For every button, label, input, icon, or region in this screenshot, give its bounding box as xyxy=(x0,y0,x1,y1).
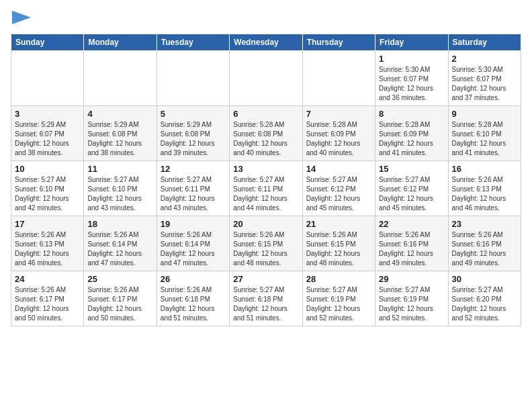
day-number: 8 xyxy=(379,109,444,119)
day-number: 18 xyxy=(87,219,152,229)
day-info: Sunrise: 5:28 AM Sunset: 6:08 PM Dayligh… xyxy=(233,120,298,158)
day-number: 27 xyxy=(233,274,298,284)
day-number: 19 xyxy=(161,219,226,229)
day-number: 24 xyxy=(15,274,80,284)
day-number: 12 xyxy=(161,164,226,174)
day-number: 10 xyxy=(15,164,80,174)
calendar-cell: 30Sunrise: 5:27 AM Sunset: 6:20 PM Dayli… xyxy=(448,271,521,326)
day-number: 6 xyxy=(233,109,298,119)
calendar-cell: 10Sunrise: 5:27 AM Sunset: 6:10 PM Dayli… xyxy=(11,161,84,216)
logo xyxy=(11,11,32,27)
day-info: Sunrise: 5:28 AM Sunset: 6:09 PM Dayligh… xyxy=(306,120,371,158)
svg-marker-0 xyxy=(12,11,31,24)
day-number: 25 xyxy=(87,274,152,284)
day-number: 5 xyxy=(161,109,226,119)
day-info: Sunrise: 5:29 AM Sunset: 6:07 PM Dayligh… xyxy=(15,120,80,158)
day-info: Sunrise: 5:30 AM Sunset: 6:07 PM Dayligh… xyxy=(379,65,444,103)
day-info: Sunrise: 5:28 AM Sunset: 6:09 PM Dayligh… xyxy=(379,120,444,158)
day-info: Sunrise: 5:26 AM Sunset: 6:18 PM Dayligh… xyxy=(161,285,226,323)
day-number: 1 xyxy=(379,54,444,64)
calendar-cell: 5Sunrise: 5:29 AM Sunset: 6:08 PM Daylig… xyxy=(157,106,229,161)
day-info: Sunrise: 5:26 AM Sunset: 6:16 PM Dayligh… xyxy=(379,230,444,268)
calendar-cell: 15Sunrise: 5:27 AM Sunset: 6:12 PM Dayli… xyxy=(375,161,448,216)
day-info: Sunrise: 5:29 AM Sunset: 6:08 PM Dayligh… xyxy=(87,120,152,158)
calendar-cell: 25Sunrise: 5:26 AM Sunset: 6:17 PM Dayli… xyxy=(84,271,157,326)
calendar-cell: 24Sunrise: 5:26 AM Sunset: 6:17 PM Dayli… xyxy=(11,271,84,326)
day-info: Sunrise: 5:27 AM Sunset: 6:19 PM Dayligh… xyxy=(306,285,371,323)
calendar-cell: 6Sunrise: 5:28 AM Sunset: 6:08 PM Daylig… xyxy=(230,106,302,161)
calendar-cell: 11Sunrise: 5:27 AM Sunset: 6:10 PM Dayli… xyxy=(84,161,157,216)
day-info: Sunrise: 5:26 AM Sunset: 6:17 PM Dayligh… xyxy=(87,285,152,323)
day-info: Sunrise: 5:27 AM Sunset: 6:10 PM Dayligh… xyxy=(87,175,152,213)
calendar-cell: 8Sunrise: 5:28 AM Sunset: 6:09 PM Daylig… xyxy=(375,106,448,161)
calendar-cell: 1Sunrise: 5:30 AM Sunset: 6:07 PM Daylig… xyxy=(375,51,448,106)
day-number: 26 xyxy=(161,274,226,284)
calendar-cell: 26Sunrise: 5:26 AM Sunset: 6:18 PM Dayli… xyxy=(157,271,229,326)
day-number: 28 xyxy=(306,274,371,284)
day-number: 11 xyxy=(87,164,152,174)
day-number: 23 xyxy=(452,219,517,229)
day-number: 16 xyxy=(452,164,517,174)
calendar-cell: 27Sunrise: 5:27 AM Sunset: 6:18 PM Dayli… xyxy=(230,271,302,326)
calendar-cell: 20Sunrise: 5:26 AM Sunset: 6:15 PM Dayli… xyxy=(230,216,302,271)
week-row-5: 24Sunrise: 5:26 AM Sunset: 6:17 PM Dayli… xyxy=(11,271,521,326)
day-number: 7 xyxy=(306,109,371,119)
day-number: 13 xyxy=(233,164,298,174)
day-info: Sunrise: 5:29 AM Sunset: 6:08 PM Dayligh… xyxy=(161,120,226,158)
day-number: 9 xyxy=(452,109,517,119)
header xyxy=(11,11,521,27)
calendar-cell: 16Sunrise: 5:26 AM Sunset: 6:13 PM Dayli… xyxy=(448,161,521,216)
calendar-cell: 23Sunrise: 5:26 AM Sunset: 6:16 PM Dayli… xyxy=(448,216,521,271)
calendar-cell: 29Sunrise: 5:27 AM Sunset: 6:19 PM Dayli… xyxy=(375,271,448,326)
day-info: Sunrise: 5:26 AM Sunset: 6:15 PM Dayligh… xyxy=(306,230,371,268)
day-info: Sunrise: 5:26 AM Sunset: 6:15 PM Dayligh… xyxy=(233,230,298,268)
col-header-wednesday: Wednesday xyxy=(230,34,302,51)
day-number: 20 xyxy=(233,219,298,229)
day-number: 17 xyxy=(15,219,80,229)
calendar-cell xyxy=(84,51,157,106)
day-info: Sunrise: 5:28 AM Sunset: 6:10 PM Dayligh… xyxy=(452,120,517,158)
col-header-thursday: Thursday xyxy=(302,34,375,51)
day-info: Sunrise: 5:27 AM Sunset: 6:18 PM Dayligh… xyxy=(233,285,298,323)
calendar-cell: 9Sunrise: 5:28 AM Sunset: 6:10 PM Daylig… xyxy=(448,106,521,161)
day-info: Sunrise: 5:26 AM Sunset: 6:16 PM Dayligh… xyxy=(452,230,517,268)
day-number: 14 xyxy=(306,164,371,174)
calendar-cell: 3Sunrise: 5:29 AM Sunset: 6:07 PM Daylig… xyxy=(11,106,84,161)
day-info: Sunrise: 5:27 AM Sunset: 6:12 PM Dayligh… xyxy=(379,175,444,213)
calendar-cell xyxy=(230,51,302,106)
day-info: Sunrise: 5:27 AM Sunset: 6:19 PM Dayligh… xyxy=(379,285,444,323)
day-number: 4 xyxy=(87,109,152,119)
calendar-cell: 4Sunrise: 5:29 AM Sunset: 6:08 PM Daylig… xyxy=(84,106,157,161)
week-row-2: 3Sunrise: 5:29 AM Sunset: 6:07 PM Daylig… xyxy=(11,106,521,161)
logo-arrow-icon xyxy=(12,8,32,27)
day-number: 3 xyxy=(15,109,80,119)
calendar-cell: 19Sunrise: 5:26 AM Sunset: 6:14 PM Dayli… xyxy=(157,216,229,271)
day-number: 15 xyxy=(379,164,444,174)
day-info: Sunrise: 5:27 AM Sunset: 6:20 PM Dayligh… xyxy=(452,285,517,323)
calendar-cell: 28Sunrise: 5:27 AM Sunset: 6:19 PM Dayli… xyxy=(302,271,375,326)
calendar-cell: 21Sunrise: 5:26 AM Sunset: 6:15 PM Dayli… xyxy=(302,216,375,271)
day-info: Sunrise: 5:26 AM Sunset: 6:14 PM Dayligh… xyxy=(161,230,226,268)
day-number: 2 xyxy=(452,54,517,64)
day-info: Sunrise: 5:26 AM Sunset: 6:17 PM Dayligh… xyxy=(15,285,80,323)
week-row-1: 1Sunrise: 5:30 AM Sunset: 6:07 PM Daylig… xyxy=(11,51,521,106)
day-number: 21 xyxy=(306,219,371,229)
col-header-tuesday: Tuesday xyxy=(157,34,229,51)
day-number: 22 xyxy=(379,219,444,229)
calendar-cell xyxy=(302,51,375,106)
day-info: Sunrise: 5:30 AM Sunset: 6:07 PM Dayligh… xyxy=(452,65,517,103)
calendar-header-row: SundayMondayTuesdayWednesdayThursdayFrid… xyxy=(11,34,521,51)
day-info: Sunrise: 5:26 AM Sunset: 6:13 PM Dayligh… xyxy=(15,230,80,268)
week-row-4: 17Sunrise: 5:26 AM Sunset: 6:13 PM Dayli… xyxy=(11,216,521,271)
day-info: Sunrise: 5:26 AM Sunset: 6:14 PM Dayligh… xyxy=(87,230,152,268)
calendar-cell xyxy=(157,51,229,106)
calendar-cell: 22Sunrise: 5:26 AM Sunset: 6:16 PM Dayli… xyxy=(375,216,448,271)
day-number: 29 xyxy=(379,274,444,284)
day-info: Sunrise: 5:26 AM Sunset: 6:13 PM Dayligh… xyxy=(452,175,517,213)
col-header-saturday: Saturday xyxy=(448,34,521,51)
calendar-table: SundayMondayTuesdayWednesdayThursdayFrid… xyxy=(11,34,521,326)
col-header-monday: Monday xyxy=(84,34,157,51)
day-info: Sunrise: 5:27 AM Sunset: 6:10 PM Dayligh… xyxy=(15,175,80,213)
calendar-cell: 17Sunrise: 5:26 AM Sunset: 6:13 PM Dayli… xyxy=(11,216,84,271)
calendar-cell: 12Sunrise: 5:27 AM Sunset: 6:11 PM Dayli… xyxy=(157,161,229,216)
